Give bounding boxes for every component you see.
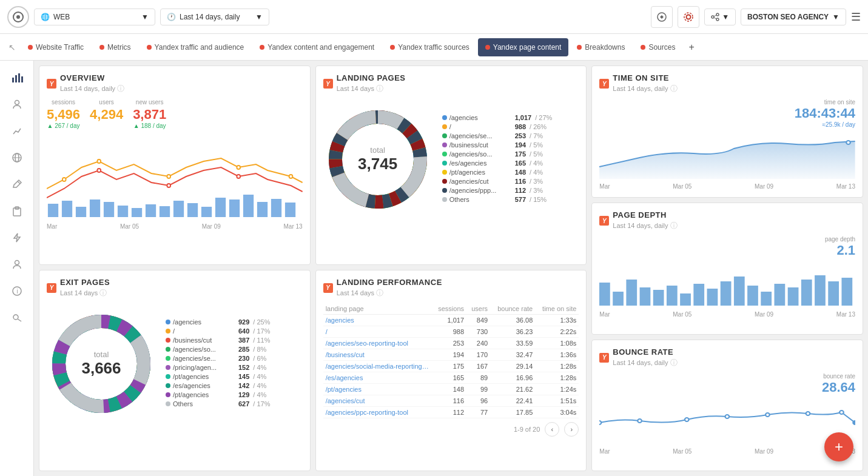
tab-yandex-page-content[interactable]: Yandex page content [478,38,569,56]
svg-point-90 [839,411,844,414]
magic-icon-btn[interactable] [651,6,673,28]
table-row[interactable]: /agencies/seo-reporting-tool 253 240 33.… [323,337,579,349]
exit-donut-center: total 3,666 [81,350,121,378]
cell-bounce: 36.08 [490,314,535,326]
sidebar-icon-analytics[interactable] [5,65,29,90]
agency-selector[interactable]: BOSTON SEO AGENCY ▼ [741,8,846,25]
fab-button[interactable]: + [824,432,853,461]
table-row[interactable]: /pt/agencies 148 99 21.62 1:24s [323,383,579,395]
sidebar-icon-person[interactable] [5,252,29,277]
fab-icon: + [835,438,843,455]
table-row[interactable]: / 988 730 36.23 2:22s [323,326,579,337]
web-selector[interactable]: 🌐 WEB ▼ [34,8,155,25]
legend-item: / 988 / 26% [442,123,579,130]
hamburger-icon[interactable]: ☰ [851,10,861,24]
legend-dot [442,124,447,129]
table-row[interactable]: /agencies/ppc-reporting-tool 112 77 17.8… [323,406,579,418]
tab-sources[interactable]: Sources [633,38,682,56]
landing-pages-info-icon[interactable]: ⓘ [376,84,383,93]
table-row[interactable]: /agencies/cut 116 96 22.41 1:51s [323,395,579,406]
svg-point-34 [237,175,240,178]
settings-icon-btn[interactable] [678,6,699,28]
overview-info-icon[interactable]: ⓘ [117,84,124,93]
sidebar-icon-users[interactable] [5,92,29,116]
svg-line-26 [18,319,21,321]
svg-point-89 [806,412,810,415]
bounce-rate-title: BOUNCE RATE [613,347,677,357]
svg-rect-49 [243,195,254,217]
sessions-value: 5,496 [47,107,80,122]
bounce-rate-info-icon[interactable]: ⓘ [670,358,678,367]
landing-perf-subtitle: Last 14 days ⓘ [337,288,442,298]
next-page-btn[interactable]: › [564,422,579,437]
donut-center: total 3,745 [358,146,397,173]
back-nav-icon[interactable]: ↖ [5,42,19,52]
yandex-icon-time: Y [599,79,609,89]
tab-website-traffic[interactable]: Website Traffic [21,38,91,56]
new-users-value: 3,871 [133,107,166,122]
time-value: 184:43:44 [599,106,855,121]
svg-rect-41 [132,208,142,217]
exit-pages-card: Y EXIT PAGES Last 14 days ⓘ [39,270,311,472]
sidebar-icon-clipboard[interactable] [5,199,29,223]
sidebar-icon-lightning[interactable] [5,226,29,250]
table-row[interactable]: /agencies/social-media-reporting-too... … [323,360,579,372]
cell-page: /pt/agencies [323,383,432,395]
table-row[interactable]: /agencies 1,017 849 36.08 1:33s [323,314,579,326]
yandex-icon-perf: Y [323,283,333,293]
svg-rect-83 [842,278,853,306]
exit-pages-info-icon[interactable]: ⓘ [99,289,107,297]
sidebar-icon-globe[interactable] [5,146,29,170]
landing-pages-card: Y LANDING PAGES Last 14 days ⓘ [315,65,587,265]
time-info-icon[interactable]: ⓘ [670,84,678,93]
sessions-change: 267 / day [47,122,80,129]
donut-row: total 3,745 /agencies 1,017 / 27% / 988 [323,99,579,220]
svg-point-3 [687,15,691,19]
tab-yandex-sources[interactable]: Yandex traffic sources [383,38,477,56]
table-row[interactable]: /business/cut 194 170 32.47 1:36s [323,349,579,360]
sidebar-icon-info[interactable]: i [5,279,29,303]
prev-page-btn[interactable]: ‹ [545,422,559,437]
add-tab-button[interactable]: + [684,37,699,58]
sidebar-icon-goals[interactable] [5,119,29,143]
page-depth-info-icon[interactable]: ⓘ [670,221,678,230]
svg-rect-43 [160,206,170,217]
web-arrow-icon: ▼ [141,13,149,21]
legend-item: /pricing/agen...152/ 4% [166,364,303,371]
cell-users: 170 [466,349,490,360]
table-row[interactable]: /es/agencies 165 89 16.96 1:28s [323,372,579,383]
cell-time: 1:28s [535,360,579,372]
svg-line-8 [714,15,716,16]
cell-users: 77 [466,406,490,418]
main-content: Y OVERVIEW Last 14 days, daily ⓘ session… [34,61,868,476]
share-arrow: ▼ [722,13,729,21]
svg-rect-73 [707,289,718,306]
cell-time: 1:08s [535,337,579,349]
tab-breakdowns[interactable]: Breakdowns [570,38,632,56]
tab-yandex-traffic[interactable]: Yandex traffic and audience [140,38,252,56]
sidebar-icon-edit[interactable] [5,172,29,196]
share-button[interactable]: ▼ [704,8,736,25]
cell-page: /agencies/social-media-reporting-too... [323,360,432,372]
bounce-rate-card: Y BOUNCE RATE Last 14 days, daily ⓘ boun… [591,340,863,472]
cell-sessions: 116 [432,395,466,406]
sidebar-icon-key[interactable] [5,306,29,330]
date-arrow-icon: ▼ [255,13,263,21]
svg-point-32 [97,169,101,172]
legend-dot [442,188,447,193]
tab-yandex-content[interactable]: Yandex content and engagement [252,38,382,56]
landing-perf-info-icon[interactable]: ⓘ [376,289,383,297]
logo[interactable] [7,6,29,28]
svg-point-28 [97,159,101,163]
agency-name: BOSTON SEO AGENCY [747,13,829,21]
bounce-rate-chart-labels: Mar Mar 05 Mar 09 Mar 13 [599,448,855,455]
new-users-change: 188 / day [133,122,166,129]
tab-dot [260,45,264,50]
tab-metrics[interactable]: Metrics [92,38,138,56]
cell-sessions: 148 [432,383,466,395]
metrics-row: sessions 5,496 267 / day users 4,294 new… [47,99,303,129]
date-selector[interactable]: 🕐 Last 14 days, daily ▼ [160,8,269,25]
svg-rect-13 [21,76,23,82]
svg-point-5 [716,13,719,16]
legend-item: /es/agencies 165 / 4% [442,159,579,167]
